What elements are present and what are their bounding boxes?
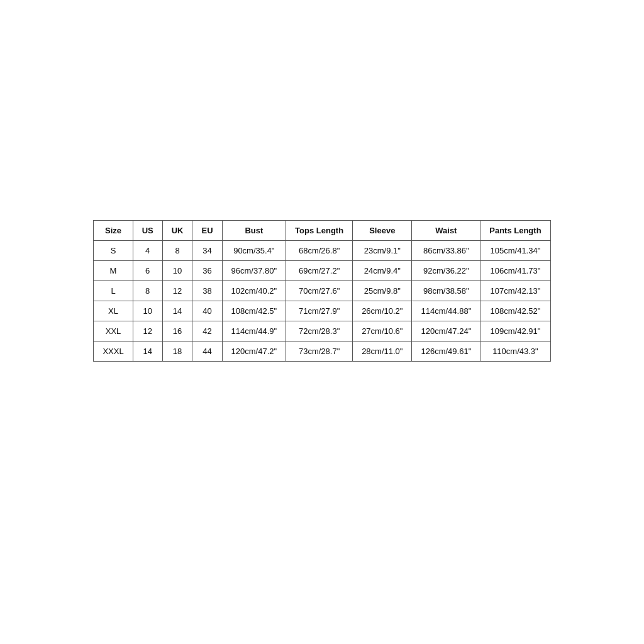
cell-pants-length: 106cm/41.73" [480,260,550,280]
cell-eu: 38 [192,280,222,301]
cell-size: XXXL [94,341,133,361]
cell-pants-length: 105cm/41.34" [480,240,550,260]
col-header-sleeve: Sleeve [353,220,412,240]
col-header-us: US [133,220,162,240]
cell-tops-length: 68cm/26.8" [286,240,353,260]
cell-sleeve: 24cm/9.4" [353,260,412,280]
cell-uk: 16 [162,321,192,341]
cell-tops-length: 69cm/27.2" [286,260,353,280]
cell-bust: 102cm/40.2" [222,280,286,301]
cell-uk: 18 [162,341,192,361]
cell-eu: 34 [192,240,222,260]
cell-bust: 120cm/47.2" [222,341,286,361]
table-row: XXXL141844120cm/47.2"73cm/28.7"28cm/11.0… [94,341,550,361]
table-body: S483490cm/35.4"68cm/26.8"23cm/9.1"86cm/3… [94,240,550,361]
cell-waist: 92cm/36.22" [412,260,480,280]
col-header-eu: EU [192,220,222,240]
cell-bust: 90cm/35.4" [222,240,286,260]
table-row: M6103696cm/37.80"69cm/27.2"24cm/9.4"92cm… [94,260,550,280]
cell-eu: 36 [192,260,222,280]
cell-waist: 126cm/49.61" [412,341,480,361]
cell-waist: 86cm/33.86" [412,240,480,260]
col-header-uk: UK [162,220,192,240]
cell-uk: 12 [162,280,192,301]
cell-tops-length: 71cm/27.9" [286,301,353,321]
cell-uk: 14 [162,301,192,321]
cell-waist: 114cm/44.88" [412,301,480,321]
cell-sleeve: 27cm/10.6" [353,321,412,341]
col-header-size: Size [94,220,133,240]
cell-us: 14 [133,341,162,361]
cell-eu: 44 [192,341,222,361]
cell-tops-length: 73cm/28.7" [286,341,353,361]
cell-tops-length: 70cm/27.6" [286,280,353,301]
cell-waist: 120cm/47.24" [412,321,480,341]
size-chart-container: Size US UK EU Bust Tops Length Sleeve Wa… [93,220,550,362]
cell-tops-length: 72cm/28.3" [286,321,353,341]
cell-waist: 98cm/38.58" [412,280,480,301]
table-header-row: Size US UK EU Bust Tops Length Sleeve Wa… [94,220,550,240]
cell-sleeve: 26cm/10.2" [353,301,412,321]
col-header-pants-length: Pants Length [480,220,550,240]
table-row: XL101440108cm/42.5"71cm/27.9"26cm/10.2"1… [94,301,550,321]
cell-uk: 10 [162,260,192,280]
cell-eu: 40 [192,301,222,321]
cell-sleeve: 28cm/11.0" [353,341,412,361]
size-chart-table: Size US UK EU Bust Tops Length Sleeve Wa… [93,220,550,362]
cell-eu: 42 [192,321,222,341]
cell-bust: 108cm/42.5" [222,301,286,321]
cell-us: 8 [133,280,162,301]
cell-uk: 8 [162,240,192,260]
table-row: XXL121642114cm/44.9"72cm/28.3"27cm/10.6"… [94,321,550,341]
cell-size: L [94,280,133,301]
col-header-bust: Bust [222,220,286,240]
cell-us: 12 [133,321,162,341]
cell-size: S [94,240,133,260]
cell-size: XL [94,301,133,321]
cell-us: 4 [133,240,162,260]
cell-pants-length: 108cm/42.52" [480,301,550,321]
cell-bust: 114cm/44.9" [222,321,286,341]
cell-us: 6 [133,260,162,280]
col-header-waist: Waist [412,220,480,240]
cell-pants-length: 110cm/43.3" [480,341,550,361]
cell-bust: 96cm/37.80" [222,260,286,280]
cell-us: 10 [133,301,162,321]
cell-sleeve: 23cm/9.1" [353,240,412,260]
cell-sleeve: 25cm/9.8" [353,280,412,301]
cell-pants-length: 109cm/42.91" [480,321,550,341]
table-row: S483490cm/35.4"68cm/26.8"23cm/9.1"86cm/3… [94,240,550,260]
cell-size: XXL [94,321,133,341]
cell-pants-length: 107cm/42.13" [480,280,550,301]
cell-size: M [94,260,133,280]
col-header-tops-length: Tops Length [286,220,353,240]
table-row: L81238102cm/40.2"70cm/27.6"25cm/9.8"98cm… [94,280,550,301]
